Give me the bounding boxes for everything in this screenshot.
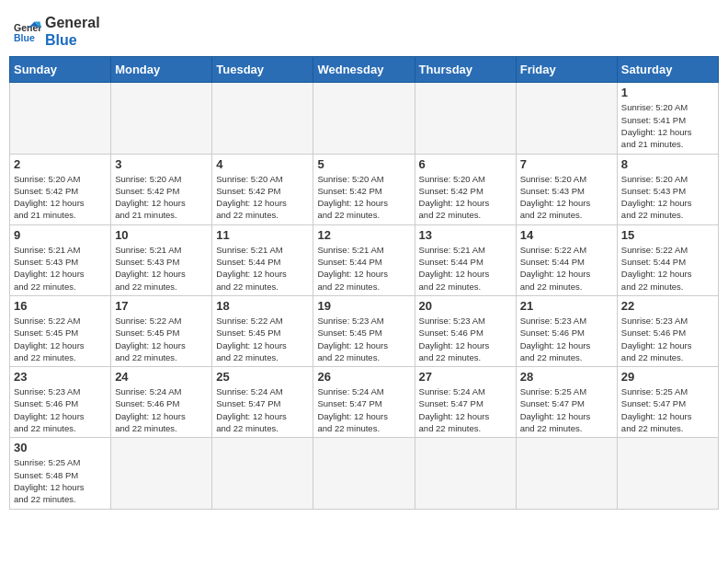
day-number: 10 (115, 228, 208, 242)
day-info: Sunrise: 5:25 AMSunset: 5:48 PMDaylight:… (14, 456, 107, 505)
day-info: Sunrise: 5:22 AMSunset: 5:45 PMDaylight:… (14, 315, 107, 363)
day-info: Sunrise: 5:21 AMSunset: 5:43 PMDaylight:… (14, 244, 107, 293)
calendar-cell: 2Sunrise: 5:20 AMSunset: 5:42 PMDaylight… (10, 154, 111, 224)
calendar-week-row: 1Sunrise: 5:20 AMSunset: 5:41 PMDaylight… (10, 83, 719, 154)
day-number: 8 (621, 157, 714, 171)
day-number: 3 (115, 157, 208, 171)
day-header-thursday: Thursday (415, 57, 516, 83)
calendar-cell: 18Sunrise: 5:22 AMSunset: 5:45 PMDayligh… (212, 295, 313, 366)
calendar-cell (415, 438, 516, 509)
calendar-cell (212, 438, 313, 509)
calendar-cell (313, 438, 415, 509)
logo: General Blue General Blue (14, 14, 100, 49)
day-number: 13 (419, 228, 512, 242)
day-number: 6 (419, 157, 512, 171)
page-header: General Blue General Blue (9, 9, 719, 49)
calendar-cell: 3Sunrise: 5:20 AMSunset: 5:42 PMDaylight… (111, 154, 212, 224)
day-header-monday: Monday (111, 57, 212, 83)
calendar-cell (516, 83, 617, 154)
calendar-cell: 6Sunrise: 5:20 AMSunset: 5:42 PMDaylight… (415, 154, 516, 224)
day-number: 24 (115, 370, 208, 384)
calendar-header: SundayMondayTuesdayWednesdayThursdayFrid… (10, 57, 719, 83)
day-info: Sunrise: 5:25 AMSunset: 5:47 PMDaylight:… (621, 385, 714, 434)
day-header-saturday: Saturday (617, 57, 718, 83)
day-number: 28 (520, 370, 613, 384)
calendar-cell: 24Sunrise: 5:24 AMSunset: 5:46 PMDayligh… (111, 367, 212, 438)
day-number: 9 (14, 228, 107, 242)
calendar-cell (516, 438, 617, 509)
calendar-cell (111, 438, 212, 509)
days-of-week-row: SundayMondayTuesdayWednesdayThursdayFrid… (10, 57, 719, 83)
calendar-cell (111, 83, 212, 154)
calendar-cell: 20Sunrise: 5:23 AMSunset: 5:46 PMDayligh… (415, 295, 516, 366)
calendar-week-row: 16Sunrise: 5:22 AMSunset: 5:45 PMDayligh… (10, 295, 719, 366)
calendar-cell: 1Sunrise: 5:20 AMSunset: 5:41 PMDaylight… (617, 83, 718, 154)
calendar-cell: 12Sunrise: 5:21 AMSunset: 5:44 PMDayligh… (313, 224, 415, 295)
calendar-week-row: 9Sunrise: 5:21 AMSunset: 5:43 PMDaylight… (10, 224, 719, 295)
day-info: Sunrise: 5:22 AMSunset: 5:45 PMDaylight:… (115, 315, 208, 363)
calendar-cell: 21Sunrise: 5:23 AMSunset: 5:46 PMDayligh… (516, 295, 617, 366)
calendar-cell: 19Sunrise: 5:23 AMSunset: 5:45 PMDayligh… (313, 295, 415, 366)
calendar-cell: 11Sunrise: 5:21 AMSunset: 5:44 PMDayligh… (212, 224, 313, 295)
logo-blue: Blue (45, 31, 100, 49)
day-info: Sunrise: 5:20 AMSunset: 5:42 PMDaylight:… (317, 173, 410, 222)
calendar-cell: 23Sunrise: 5:23 AMSunset: 5:46 PMDayligh… (10, 367, 111, 438)
day-info: Sunrise: 5:25 AMSunset: 5:47 PMDaylight:… (520, 385, 613, 434)
calendar-cell: 9Sunrise: 5:21 AMSunset: 5:43 PMDaylight… (10, 224, 111, 295)
calendar-cell: 8Sunrise: 5:20 AMSunset: 5:43 PMDaylight… (617, 154, 718, 224)
day-info: Sunrise: 5:21 AMSunset: 5:43 PMDaylight:… (115, 244, 208, 293)
day-number: 25 (216, 370, 309, 384)
day-number: 2 (14, 157, 107, 171)
day-header-friday: Friday (516, 57, 617, 83)
day-info: Sunrise: 5:24 AMSunset: 5:47 PMDaylight:… (317, 385, 410, 434)
day-number: 1 (621, 86, 714, 99)
day-info: Sunrise: 5:20 AMSunset: 5:41 PMDaylight:… (621, 101, 714, 150)
day-header-sunday: Sunday (10, 57, 111, 83)
day-info: Sunrise: 5:23 AMSunset: 5:46 PMDaylight:… (14, 385, 107, 434)
calendar-cell (212, 83, 313, 154)
day-info: Sunrise: 5:23 AMSunset: 5:46 PMDaylight:… (520, 315, 613, 363)
day-info: Sunrise: 5:20 AMSunset: 5:42 PMDaylight:… (14, 173, 107, 222)
calendar-cell: 10Sunrise: 5:21 AMSunset: 5:43 PMDayligh… (111, 224, 212, 295)
calendar-cell: 5Sunrise: 5:20 AMSunset: 5:42 PMDaylight… (313, 154, 415, 224)
calendar-week-row: 2Sunrise: 5:20 AMSunset: 5:42 PMDaylight… (10, 154, 719, 224)
calendar-cell (313, 83, 415, 154)
calendar-cell (415, 83, 516, 154)
day-info: Sunrise: 5:20 AMSunset: 5:43 PMDaylight:… (520, 173, 613, 222)
calendar-cell: 22Sunrise: 5:23 AMSunset: 5:46 PMDayligh… (617, 295, 718, 366)
day-number: 27 (419, 370, 512, 384)
calendar-cell: 25Sunrise: 5:24 AMSunset: 5:47 PMDayligh… (212, 367, 313, 438)
calendar-cell: 4Sunrise: 5:20 AMSunset: 5:42 PMDaylight… (212, 154, 313, 224)
day-info: Sunrise: 5:23 AMSunset: 5:46 PMDaylight:… (419, 315, 512, 363)
day-info: Sunrise: 5:21 AMSunset: 5:44 PMDaylight:… (216, 244, 309, 293)
day-info: Sunrise: 5:21 AMSunset: 5:44 PMDaylight:… (317, 244, 410, 293)
day-number: 20 (419, 299, 512, 313)
day-info: Sunrise: 5:20 AMSunset: 5:42 PMDaylight:… (216, 173, 309, 222)
calendar-cell: 29Sunrise: 5:25 AMSunset: 5:47 PMDayligh… (617, 367, 718, 438)
day-header-tuesday: Tuesday (212, 57, 313, 83)
day-number: 19 (317, 299, 410, 313)
day-number: 16 (14, 299, 107, 313)
day-number: 5 (317, 157, 410, 171)
calendar-cell: 30Sunrise: 5:25 AMSunset: 5:48 PMDayligh… (10, 438, 111, 509)
calendar-body: 1Sunrise: 5:20 AMSunset: 5:41 PMDaylight… (10, 83, 719, 509)
calendar-cell: 13Sunrise: 5:21 AMSunset: 5:44 PMDayligh… (415, 224, 516, 295)
calendar-cell: 14Sunrise: 5:22 AMSunset: 5:44 PMDayligh… (516, 224, 617, 295)
calendar-cell: 17Sunrise: 5:22 AMSunset: 5:45 PMDayligh… (111, 295, 212, 366)
day-info: Sunrise: 5:23 AMSunset: 5:45 PMDaylight:… (317, 315, 410, 363)
day-info: Sunrise: 5:24 AMSunset: 5:47 PMDaylight:… (216, 385, 309, 434)
logo-general: General (45, 15, 100, 30)
day-info: Sunrise: 5:22 AMSunset: 5:44 PMDaylight:… (520, 244, 613, 293)
day-number: 12 (317, 228, 410, 242)
logo-icon: General Blue (14, 20, 41, 42)
day-number: 22 (621, 299, 714, 313)
calendar-cell: 27Sunrise: 5:24 AMSunset: 5:47 PMDayligh… (415, 367, 516, 438)
day-number: 14 (520, 228, 613, 242)
day-number: 29 (621, 370, 714, 384)
calendar-cell: 15Sunrise: 5:22 AMSunset: 5:44 PMDayligh… (617, 224, 718, 295)
day-info: Sunrise: 5:21 AMSunset: 5:44 PMDaylight:… (419, 244, 512, 293)
day-header-wednesday: Wednesday (313, 57, 415, 83)
day-number: 17 (115, 299, 208, 313)
day-number: 26 (317, 370, 410, 384)
day-info: Sunrise: 5:23 AMSunset: 5:46 PMDaylight:… (621, 315, 714, 363)
